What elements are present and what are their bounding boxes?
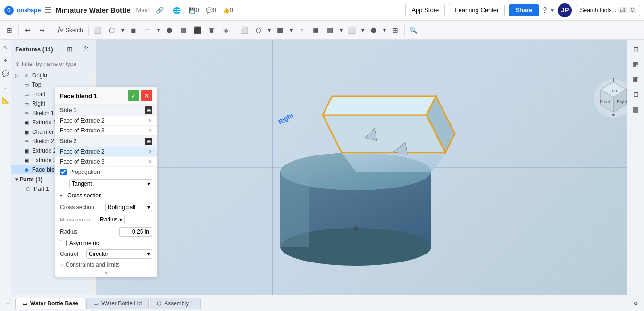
fbp-control-label: Control — [60, 251, 84, 257]
fbp-constraints-row[interactable]: ▷ Constraints and limits — [55, 260, 157, 270]
toolbar-icon-11[interactable]: ⬡ — [252, 24, 265, 37]
toolbar-select[interactable]: ⊞ — [3, 24, 16, 37]
sidebar-icon-chat[interactable]: 💬 — [1, 69, 10, 78]
extrude-icon: ▣ — [23, 156, 30, 164]
learning-button[interactable]: Learning Center — [449, 4, 505, 16]
top-bar: O onshape ☰ Miniature Water Bottle Main … — [0, 0, 644, 21]
sketch-button[interactable]: Sketch — [54, 25, 86, 36]
tree-label-top: Top — [32, 82, 41, 88]
search-tools[interactable]: Search tools... alt C — [576, 5, 640, 16]
toolbar-icon-6[interactable]: ▤ — [177, 24, 190, 37]
fbp-side2-target-icon[interactable] — [145, 138, 152, 145]
toolbar-icon-13[interactable]: ○ — [295, 24, 309, 37]
fbp-measurement-select[interactable]: Radius ▾ — [98, 215, 125, 224]
fbp-asym-label: Asymmetric — [69, 240, 99, 246]
fbp-side2-face2-remove[interactable]: ✕ — [148, 158, 152, 165]
search-shortcut-c: C — [629, 7, 636, 13]
help-button[interactable]: ? — [543, 6, 547, 15]
fbp-header: Face blend 1 ✓ ✕ — [55, 87, 157, 105]
toolbar-icon-14[interactable]: ▣ — [309, 24, 323, 37]
doc-count-comments[interactable]: 💬 0 — [204, 4, 217, 17]
toolbar-icon-17[interactable]: ⬢ — [367, 24, 380, 37]
toolbar-dropdown-7[interactable]: ▾ — [381, 25, 388, 35]
fbp-propagation-select[interactable]: Tangent ▾ — [69, 179, 152, 188]
svg-rect-6 — [280, 172, 309, 247]
sidebar-icon-measure[interactable]: 📐 — [1, 95, 10, 105]
toolbar-icon-5[interactable]: ⬢ — [163, 24, 176, 37]
fbp-cancel-button[interactable]: ✕ — [141, 90, 152, 101]
add-tab-button[interactable]: + — [2, 297, 14, 310]
tab-water-bottle-lid[interactable]: ▭ Water Bottle Lid — [86, 298, 149, 309]
link-icon[interactable]: 🔗 — [153, 4, 167, 17]
fbp-side1-face2-remove[interactable]: ✕ — [148, 127, 152, 134]
toolbar-icon-10[interactable]: ⬜ — [238, 24, 251, 37]
toolbar-icon-3[interactable]: ◼ — [127, 24, 140, 37]
undo-button[interactable]: ↩ — [21, 24, 34, 37]
sidebar-icon-layers[interactable]: ≡ — [1, 82, 10, 91]
sidebar-icon-plus[interactable]: + — [1, 56, 10, 65]
fbp-confirm-button[interactable]: ✓ — [128, 90, 139, 101]
toolbar-icon-9[interactable]: ◈ — [219, 24, 233, 37]
viewport[interactable]: Right — [96, 40, 644, 295]
toolbar-icon-7[interactable]: ⬛ — [191, 24, 204, 37]
tab-label-base: Water Bottle Base — [30, 300, 78, 307]
toolbar-icon-4[interactable]: ▭ — [141, 24, 154, 37]
feature-tree-icon-1[interactable]: ⊞ — [63, 42, 76, 56]
redo-button[interactable]: ↪ — [35, 24, 49, 37]
toolbar-dropdown-6[interactable]: ▾ — [360, 25, 366, 35]
rt-btn-2[interactable]: ▦ — [629, 57, 643, 71]
tab-assembly1[interactable]: ⬡ Assembly 1 — [150, 298, 201, 309]
search-icon[interactable]: 🔍 — [407, 24, 420, 37]
toolbar-icon-16[interactable]: ⬜ — [345, 24, 359, 37]
toolbar-icon-12[interactable]: ▦ — [274, 24, 287, 37]
toolbar-dropdown-5[interactable]: ▾ — [338, 25, 344, 35]
fbp-side1-face1[interactable]: Face of Extrude 2 ✕ — [55, 116, 157, 126]
bottom-right-icon[interactable]: ⚙ — [629, 297, 642, 310]
fbp-radius-input[interactable] — [119, 227, 152, 237]
rt-btn-4[interactable]: ⊡ — [629, 88, 643, 101]
model-3d — [191, 68, 521, 295]
fbp-side1-target-icon[interactable] — [145, 106, 152, 114]
doc-count-saves[interactable]: 💾 0 — [187, 4, 201, 17]
fbp-constraints-chevron: ▷ — [60, 262, 64, 268]
toolbar-dropdown-1[interactable]: ▾ — [119, 25, 126, 35]
toolbar-icon-2[interactable]: ⬡ — [105, 24, 118, 37]
help-dropdown[interactable]: ▾ — [551, 7, 554, 14]
fbp-control-select[interactable]: Circular ▾ — [86, 249, 152, 259]
toolbar-dropdown-3[interactable]: ▾ — [266, 25, 273, 35]
fbp-asym-checkbox[interactable] — [60, 240, 67, 246]
fbp-side2-face1[interactable]: Face of Extrude 2 ✕ — [55, 147, 157, 157]
sidebar-icon-cursor[interactable]: ↖ — [1, 42, 10, 52]
fbp-side1-face1-remove[interactable]: ✕ — [148, 117, 152, 124]
rt-btn-3[interactable]: ▣ — [629, 73, 643, 86]
origin-icon: ○ — [23, 72, 30, 79]
toolbar-icon-8[interactable]: ▣ — [205, 24, 218, 37]
fbp-propagation-checkbox[interactable] — [60, 169, 67, 175]
tab-water-bottle-base[interactable]: ▭ Water Bottle Base — [15, 298, 85, 309]
feature-tree-icon-2[interactable]: ⏱ — [79, 42, 92, 56]
toolbar-icon-1[interactable]: ⬜ — [91, 24, 104, 37]
share-button[interactable]: Share — [509, 4, 539, 16]
fbp-side1-face2[interactable]: Face of Extrude 3 ✕ — [55, 126, 157, 136]
rt-btn-1[interactable]: ⊞ — [629, 42, 643, 56]
menu-icon[interactable]: ☰ — [44, 5, 52, 16]
globe-icon[interactable]: 🌐 — [170, 4, 184, 17]
rt-btn-5[interactable]: ▤ — [629, 103, 643, 116]
toolbar-dropdown-4[interactable]: ▾ — [288, 25, 294, 35]
avatar[interactable]: JP — [558, 3, 572, 17]
toolbar-icon-18[interactable]: ⊞ — [389, 24, 402, 37]
toolbar-icon-15[interactable]: ▤ — [324, 24, 337, 37]
logo[interactable]: O onshape — [4, 5, 41, 16]
fbp-side2-face1-remove[interactable]: ✕ — [148, 148, 152, 155]
fbp-propagation-type-row: Tangent ▾ — [55, 177, 157, 190]
fbp-side2-label: Side 2 — [60, 138, 76, 145]
fbp-cross-section-select[interactable]: Rolling ball ▾ — [105, 203, 152, 212]
appstore-button[interactable]: App Store — [405, 4, 445, 16]
filter-input[interactable] — [22, 61, 92, 67]
fbp-cross-section-toggle[interactable]: ▾ Cross section — [55, 190, 157, 201]
doc-count-likes[interactable]: 👍 0 — [221, 4, 234, 17]
fbp-side2-face2[interactable]: Face of Extrude 3 ✕ — [55, 157, 157, 167]
tree-item-origin[interactable]: ▷ ○ Origin — [11, 71, 92, 80]
toolbar-dropdown-2[interactable]: ▾ — [155, 25, 162, 35]
svg-text:O: O — [7, 8, 11, 13]
